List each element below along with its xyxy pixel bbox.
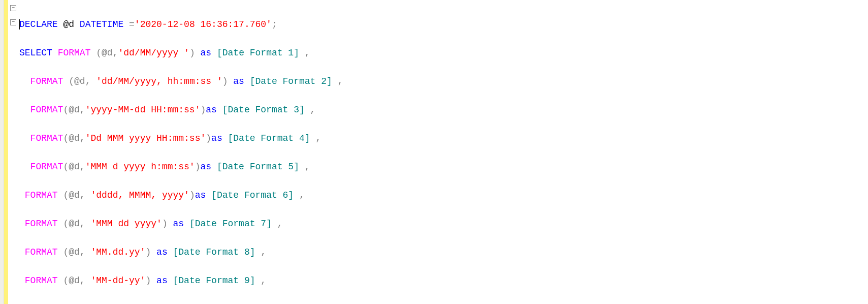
kw-declare: DECLARE [19,19,63,29]
fold-toggle-icon[interactable]: − [10,19,16,25]
outline-column[interactable]: − − [8,0,19,304]
kw-select: SELECT [19,48,58,58]
change-indicator [4,0,8,304]
sql-code[interactable]: DECLARE @d DATETIME ='2020-12-08 16:36:1… [19,0,868,304]
fold-toggle-icon[interactable]: − [10,5,16,11]
code-editor[interactable]: − − DECLARE @d DATETIME ='2020-12-08 16:… [0,0,868,304]
editor-margin: − − [0,0,19,304]
